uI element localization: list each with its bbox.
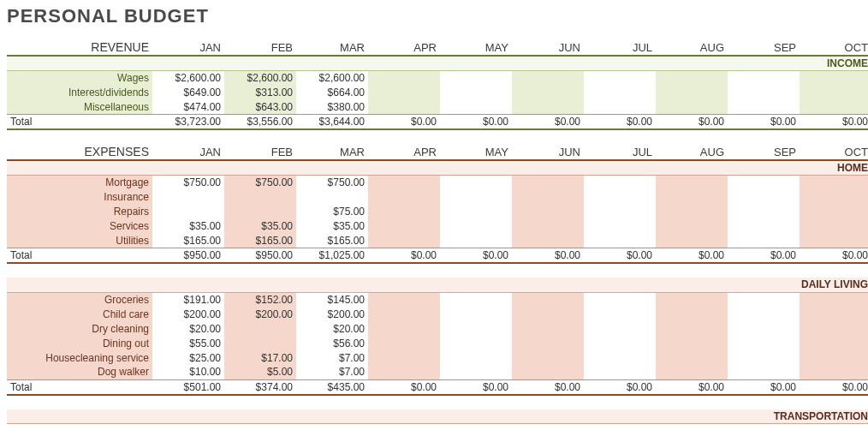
cell[interactable]: $649.00	[152, 86, 224, 100]
cell[interactable]	[656, 234, 728, 248]
cell[interactable]	[440, 321, 512, 336]
cell[interactable]	[368, 234, 440, 248]
cell[interactable]: $200.00	[296, 307, 368, 321]
cell[interactable]	[512, 100, 584, 115]
cell[interactable]	[368, 219, 440, 234]
cell[interactable]	[800, 350, 868, 365]
cell[interactable]	[440, 350, 512, 365]
cell[interactable]	[656, 219, 728, 234]
cell[interactable]	[584, 71, 656, 86]
cell[interactable]: $313.00	[224, 86, 296, 100]
cell[interactable]	[728, 234, 800, 248]
cell[interactable]: $380.00	[296, 100, 368, 115]
cell[interactable]	[440, 176, 512, 190]
cell[interactable]	[656, 292, 728, 307]
cell[interactable]: $165.00	[296, 234, 368, 248]
cell[interactable]	[656, 71, 728, 86]
cell[interactable]	[800, 321, 868, 336]
cell[interactable]	[728, 86, 800, 100]
cell[interactable]	[512, 365, 584, 379]
cell[interactable]	[728, 336, 800, 350]
cell[interactable]	[656, 350, 728, 365]
cell[interactable]	[728, 100, 800, 115]
cell[interactable]: $35.00	[296, 219, 368, 234]
cell[interactable]	[440, 100, 512, 115]
cell[interactable]: $750.00	[152, 176, 224, 190]
cell[interactable]	[368, 86, 440, 100]
cell[interactable]	[800, 234, 868, 248]
cell[interactable]	[728, 176, 800, 190]
cell[interactable]: $191.00	[152, 292, 224, 307]
cell[interactable]	[800, 190, 868, 205]
cell[interactable]	[584, 219, 656, 234]
cell[interactable]	[512, 86, 584, 100]
cell[interactable]: $643.00	[224, 100, 296, 115]
cell[interactable]: $7.00	[296, 350, 368, 365]
cell[interactable]	[368, 190, 440, 205]
cell[interactable]	[728, 205, 800, 219]
cell[interactable]	[584, 205, 656, 219]
cell[interactable]: $2,600.00	[296, 71, 368, 86]
cell[interactable]	[368, 336, 440, 350]
cell[interactable]	[656, 365, 728, 379]
cell[interactable]	[800, 292, 868, 307]
cell[interactable]	[512, 190, 584, 205]
cell[interactable]	[224, 336, 296, 350]
cell[interactable]	[368, 205, 440, 219]
cell[interactable]	[440, 86, 512, 100]
cell[interactable]: $750.00	[224, 176, 296, 190]
cell[interactable]: $2,600.00	[152, 71, 224, 86]
cell[interactable]	[368, 350, 440, 365]
cell[interactable]	[728, 292, 800, 307]
cell[interactable]: $56.00	[296, 336, 368, 350]
cell[interactable]	[512, 292, 584, 307]
cell[interactable]	[224, 321, 296, 336]
cell[interactable]	[368, 321, 440, 336]
cell[interactable]	[368, 176, 440, 190]
cell[interactable]: $2,600.00	[224, 71, 296, 86]
cell[interactable]	[368, 292, 440, 307]
cell[interactable]	[512, 350, 584, 365]
cell[interactable]: $664.00	[296, 86, 368, 100]
cell[interactable]	[296, 190, 368, 205]
cell[interactable]	[728, 321, 800, 336]
cell[interactable]	[584, 190, 656, 205]
cell[interactable]	[512, 71, 584, 86]
cell[interactable]	[800, 176, 868, 190]
cell[interactable]	[512, 219, 584, 234]
cell[interactable]	[224, 205, 296, 219]
cell[interactable]	[584, 321, 656, 336]
cell[interactable]	[584, 100, 656, 115]
cell[interactable]	[440, 336, 512, 350]
cell[interactable]	[440, 307, 512, 321]
cell[interactable]	[440, 365, 512, 379]
cell[interactable]	[656, 205, 728, 219]
cell[interactable]	[440, 292, 512, 307]
cell[interactable]: $200.00	[224, 307, 296, 321]
cell[interactable]	[368, 307, 440, 321]
cell[interactable]: $750.00	[296, 176, 368, 190]
cell[interactable]: $165.00	[152, 234, 224, 248]
cell[interactable]	[656, 190, 728, 205]
cell[interactable]	[656, 100, 728, 115]
cell[interactable]: $474.00	[152, 100, 224, 115]
cell[interactable]: $35.00	[152, 219, 224, 234]
cell[interactable]	[800, 86, 868, 100]
cell[interactable]	[368, 71, 440, 86]
cell[interactable]: $152.00	[224, 292, 296, 307]
cell[interactable]: $75.00	[296, 205, 368, 219]
cell[interactable]: $7.00	[296, 365, 368, 379]
cell[interactable]	[800, 205, 868, 219]
cell[interactable]	[440, 205, 512, 219]
cell[interactable]: $35.00	[224, 219, 296, 234]
cell[interactable]	[584, 176, 656, 190]
cell[interactable]: $55.00	[152, 336, 224, 350]
cell[interactable]	[656, 307, 728, 321]
cell[interactable]	[656, 336, 728, 350]
cell[interactable]	[728, 307, 800, 321]
cell[interactable]	[584, 234, 656, 248]
cell[interactable]	[728, 219, 800, 234]
cell[interactable]: $25.00	[152, 350, 224, 365]
cell[interactable]: $20.00	[152, 321, 224, 336]
cell[interactable]	[512, 176, 584, 190]
